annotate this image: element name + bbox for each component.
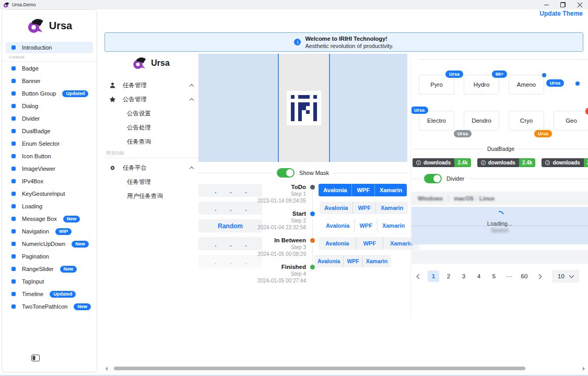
image-viewer[interactable]	[198, 54, 407, 162]
group-button-avalonia[interactable]: Avalonia	[314, 255, 343, 267]
nav-group-task-management[interactable]: 任务管理	[104, 78, 197, 92]
group-button-xamarin[interactable]: Xamarin	[377, 219, 409, 232]
scroll-right-arrow[interactable]	[583, 367, 585, 371]
sidebar-logo: Ursa	[2, 10, 97, 41]
pagination-page-2[interactable]: 2	[443, 271, 454, 282]
divider-demo-content: Windows macOS Linux	[411, 192, 588, 205]
sidebar-item-icon-button[interactable]: Icon Button	[6, 150, 93, 162]
nav-item-label: 用户任务查询	[127, 192, 163, 200]
sidebar-item-numericupdown[interactable]: NumericUpDownNew	[6, 238, 93, 250]
sidebar-item-label: Icon Button	[22, 153, 51, 159]
sidebar-collapse-button[interactable]	[31, 354, 40, 363]
sidebar-item-divider[interactable]: Divider	[6, 113, 93, 124]
group-button-xamarin[interactable]: Xamarin	[374, 184, 407, 196]
sidebar-item-label: Timeline	[22, 291, 43, 297]
sidebar-item-label: IPv4Box	[22, 178, 43, 184]
sidebar-item-message-box[interactable]: Message BoxNew	[6, 213, 93, 225]
nav-group-task-platform[interactable]: 任务平台	[104, 161, 197, 175]
group-button-wpf[interactable]: WPF	[354, 219, 377, 232]
divider-toggle[interactable]	[424, 174, 442, 183]
nav-item-task-query[interactable]: 任务查询	[104, 135, 197, 149]
pagination-page-1[interactable]: 1	[428, 271, 439, 282]
badge-card-dendro: Dendro Ursa	[464, 111, 499, 131]
pagination-page-3[interactable]: 3	[458, 271, 469, 282]
sidebar-item-enum-selector[interactable]: Enum Selector	[6, 138, 93, 149]
sidebar-item-navigation[interactable]: NavigationWIP	[6, 226, 93, 237]
sidebar-item-timeline[interactable]: TimelineUpdated	[6, 288, 93, 300]
loading-demo: Loading... Stretch	[411, 207, 588, 244]
group-button-wpf[interactable]: WPF	[343, 255, 362, 267]
scroll-left-arrow[interactable]	[105, 367, 108, 371]
scrollbar-thumb[interactable]	[114, 367, 525, 370]
nav-logo-text: Ursa	[151, 58, 170, 68]
group-button-avalonia[interactable]: Avalonia	[319, 184, 351, 196]
card-label: Geo	[566, 118, 577, 124]
badge-demo-panel: Pyro Ursa Hydro 99+ Ameno Ursa Electro U…	[411, 54, 588, 351]
pagination-ellipsis[interactable]: ···	[503, 271, 515, 282]
sidebar-item-badge: New	[63, 216, 80, 222]
bullet-icon	[11, 167, 16, 171]
group-button-xamarin[interactable]: Xamarin	[375, 202, 408, 214]
pagination-page-4[interactable]: 4	[473, 271, 485, 282]
sidebar-item-imageviewer[interactable]: ImageViewer	[6, 163, 93, 174]
minimize-button[interactable]	[538, 0, 555, 9]
sidebar-item-introduction[interactable]: Introduction	[6, 42, 93, 53]
chevron-right-icon	[536, 274, 542, 279]
nav-group-announcement[interactable]: 公告管理	[104, 92, 197, 107]
nav-item-announcement-processing[interactable]: 公告处理	[104, 121, 197, 135]
sidebar-item-badge: New	[72, 241, 89, 248]
nav-item-label: 任务管理	[127, 178, 151, 186]
pagination-page-60[interactable]: 60	[519, 271, 530, 282]
timeline-dot-inbetween	[310, 238, 315, 243]
sidebar-item-keygestureinput[interactable]: KeyGestureInput	[6, 188, 93, 199]
bullet-icon	[11, 229, 16, 233]
sidebar-item-dualbadge[interactable]: DualBadge	[6, 125, 93, 137]
sidebar-item-badge-page[interactable]: Badge	[6, 63, 93, 74]
close-icon	[577, 2, 583, 8]
bullet-icon	[11, 79, 16, 83]
page-size-select[interactable]: 10	[552, 270, 579, 283]
timeline-item: Finished Step 4 2024-01-05 00:27:44	[244, 264, 317, 290]
info-icon: i	[294, 39, 301, 45]
pagination-page-5[interactable]: 5	[488, 271, 500, 282]
sidebar-item-badge: New	[60, 266, 77, 273]
navigation-menu: Ursa 任务管理 公告管理 公告设置 公告处理 任务查询 附加功能 任务平台 …	[104, 56, 197, 203]
sidebar-item-button-group[interactable]: Button GroupUpdated	[6, 88, 93, 99]
sidebar-item-dialog[interactable]: Dialog	[6, 100, 93, 112]
sidebar-item-label: Badge	[22, 65, 39, 72]
minimize-icon	[544, 5, 549, 5]
sidebar-item-label: TagInput	[22, 278, 44, 285]
pagination-prev-button[interactable]	[413, 271, 424, 282]
sidebar-item-label: Button Group	[22, 90, 56, 97]
nav-item-announcement-settings[interactable]: 公告设置	[104, 107, 197, 121]
sidebar-item-label: Enum Selector	[22, 140, 60, 147]
group-button-avalonia[interactable]: Avalonia	[321, 219, 354, 232]
sidebar-item-rangeslider[interactable]: RangeSliderNew	[6, 263, 93, 275]
group-button-wpf[interactable]: WPF	[352, 202, 375, 214]
group-button-avalonia[interactable]: Avalonia	[319, 237, 356, 250]
nav-item-task-management[interactable]: 任务管理	[104, 175, 197, 189]
sidebar-item-loading[interactable]: Loading	[6, 201, 93, 212]
dualbadge-value: 2.4k	[519, 158, 535, 167]
vertical-divider	[448, 195, 449, 202]
group-button-wpf[interactable]: WPF	[356, 237, 382, 250]
pagination-next-button[interactable]	[534, 271, 545, 282]
titlebar: Ursa.Demo	[0, 0, 588, 9]
sidebar-item-ipv4box[interactable]: IPv4Box	[6, 175, 93, 187]
bullet-icon	[11, 242, 16, 246]
sidebar-item-taginput[interactable]: TagInput	[6, 276, 93, 287]
badge-dot-red	[585, 108, 588, 115]
divider-demo-row: Divider	[413, 174, 588, 183]
sidebar-item-banner[interactable]: Banner	[6, 75, 93, 87]
show-mask-toggle[interactable]	[277, 168, 295, 178]
sidebar-item-pagination[interactable]: Pagination	[6, 251, 93, 262]
maximize-button[interactable]	[555, 0, 571, 9]
group-button-avalonia[interactable]: Avalonia	[320, 202, 352, 214]
group-button-wpf[interactable]: WPF	[351, 184, 374, 196]
close-button[interactable]	[571, 0, 588, 9]
badge-card-cryo: Cryo Ursa	[509, 111, 544, 131]
group-button-xamarin[interactable]: Xamarin	[362, 255, 391, 267]
nav-item-user-task-query[interactable]: 用户任务查询	[104, 189, 197, 203]
sidebar-item-twotonepathicon[interactable]: TwoTonePathIconNew	[6, 301, 93, 312]
update-theme-button[interactable]: Update Theme	[539, 10, 583, 17]
